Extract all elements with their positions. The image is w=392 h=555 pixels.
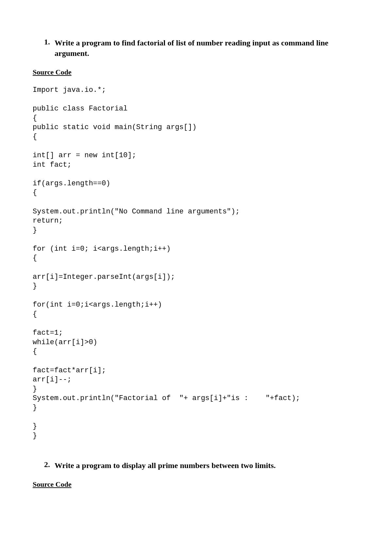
question-1: 1. Write a program to find factorial of … xyxy=(44,38,359,59)
code-block-1: Import java.io.*; public class Factorial… xyxy=(33,86,359,441)
question-2-number: 2. xyxy=(44,460,50,471)
question-2-text: Write a program to display all prime num… xyxy=(55,460,276,471)
source-code-label-1: Source Code xyxy=(33,68,359,76)
question-1-number: 1. xyxy=(44,38,50,59)
question-1-text: Write a program to find factorial of lis… xyxy=(55,38,359,59)
question-2: 2. Write a program to display all prime … xyxy=(44,460,359,471)
source-code-label-2: Source Code xyxy=(33,480,359,489)
